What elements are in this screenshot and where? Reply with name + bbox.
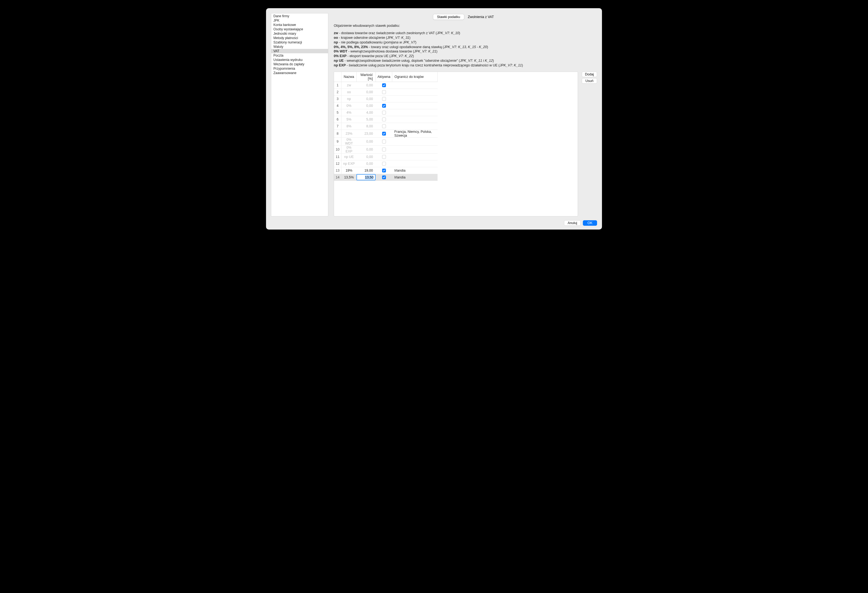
cell-active[interactable] <box>376 167 392 174</box>
cell-value[interactable]: 0,00 <box>356 82 376 89</box>
col-header-name[interactable]: Nazwa <box>341 72 356 82</box>
cell-countries[interactable]: Irlandia <box>392 174 438 180</box>
active-checkbox[interactable] <box>382 176 386 179</box>
cell-active[interactable] <box>376 153 392 160</box>
sidebar-item[interactable]: Konta bankowe <box>271 23 328 27</box>
cell-active[interactable] <box>376 174 392 180</box>
cell-active[interactable] <box>376 116 392 123</box>
segmented-control[interactable]: Stawki podatkuZwolnienia z VAT <box>433 14 497 20</box>
sidebar-item[interactable]: Metody płatności <box>271 36 328 40</box>
cell-countries[interactable] <box>392 160 438 167</box>
cell-active[interactable] <box>376 123 392 130</box>
col-header-active[interactable]: Aktywna <box>376 72 392 82</box>
sidebar-item[interactable]: Jednostki miary <box>271 31 328 36</box>
active-checkbox[interactable] <box>382 104 386 108</box>
remove-button[interactable]: Usuń <box>582 78 597 84</box>
cell-active[interactable] <box>376 89 392 95</box>
cell-name[interactable]: 5% <box>341 116 356 123</box>
table-row[interactable]: 2oo0,00 <box>334 89 438 95</box>
cell-value[interactable]: 0,00 <box>356 89 376 95</box>
tab-button[interactable]: Zwolnienia z VAT <box>464 14 497 20</box>
cell-name[interactable]: np UE <box>341 153 356 160</box>
cell-active[interactable] <box>376 109 392 116</box>
cell-countries[interactable] <box>392 95 438 102</box>
active-checkbox[interactable] <box>382 117 386 121</box>
cell-value[interactable]: 0,00 <box>356 145 376 153</box>
table-row[interactable]: 1319%19,00Irlandia <box>334 167 438 174</box>
ok-button[interactable]: OK <box>583 220 597 226</box>
cell-active[interactable] <box>376 102 392 109</box>
table-row[interactable]: 12np EXP0,00 <box>334 160 438 167</box>
sidebar-item[interactable]: Dane firmy <box>271 14 328 18</box>
cell-value[interactable]: 4,00 <box>356 109 376 116</box>
sidebar-item[interactable]: Ustawienia wydruku <box>271 58 328 62</box>
sidebar-item[interactable]: Szablony numeracji <box>271 40 328 44</box>
cell-countries[interactable] <box>392 153 438 160</box>
cell-name[interactable]: oo <box>341 89 356 95</box>
cell-name[interactable]: 0% <box>341 102 356 109</box>
cell-name[interactable]: zw <box>341 82 356 89</box>
sidebar-item[interactable]: JPK <box>271 18 328 23</box>
sidebar-item[interactable]: VAT <box>271 49 328 53</box>
col-header-value[interactable]: Wartość [%] <box>356 72 376 82</box>
cell-value[interactable]: 0,00 <box>356 160 376 167</box>
sidebar-item[interactable]: Przypomnienia <box>271 67 328 71</box>
cell-active[interactable] <box>376 145 392 153</box>
table-row[interactable]: 54%4,00 <box>334 109 438 116</box>
cell-active[interactable] <box>376 138 392 145</box>
cell-name[interactable]: 8% <box>341 123 356 130</box>
cell-countries[interactable] <box>392 82 438 89</box>
active-checkbox[interactable] <box>382 97 386 101</box>
cell-name[interactable]: 4% <box>341 109 356 116</box>
cell-value[interactable]: 0,00 <box>356 138 376 145</box>
cell-countries[interactable] <box>392 138 438 145</box>
sidebar-item[interactable]: Wezwania do zapłaty <box>271 62 328 67</box>
sidebar-item[interactable]: Osoby wystawiające <box>271 27 328 31</box>
cell-value[interactable]: 23,00 <box>356 130 376 138</box>
cell-countries[interactable] <box>392 109 438 116</box>
cell-active[interactable] <box>376 82 392 89</box>
col-header-number[interactable] <box>334 72 341 82</box>
cell-name[interactable]: 0% EXP <box>341 145 356 153</box>
cell-name[interactable]: 0% WDT <box>341 138 356 145</box>
add-button[interactable]: Dodaj <box>582 72 597 77</box>
cell-countries[interactable] <box>392 145 438 153</box>
table-row[interactable]: 78%8,00 <box>334 123 438 130</box>
cancel-button[interactable]: Anuluj <box>564 220 581 226</box>
cell-countries[interactable] <box>392 89 438 95</box>
cell-name[interactable]: 13,5% <box>341 174 356 180</box>
col-header-countries[interactable]: Ogranicz do krajów <box>392 72 438 82</box>
cell-countries[interactable] <box>392 123 438 130</box>
sidebar-item[interactable]: Waluty <box>271 44 328 49</box>
category-sidebar[interactable]: Dane firmyJPKKonta bankoweOsoby wystawia… <box>271 13 328 216</box>
active-checkbox[interactable] <box>382 169 386 172</box>
cell-name[interactable]: np <box>341 95 356 102</box>
active-checkbox[interactable] <box>382 148 386 151</box>
cell-value[interactable]: 8,00 <box>356 123 376 130</box>
active-checkbox[interactable] <box>382 111 386 114</box>
table-row[interactable]: 90% WDT0,00 <box>334 138 438 145</box>
cell-value[interactable] <box>356 174 376 180</box>
active-checkbox[interactable] <box>382 132 386 136</box>
cell-value[interactable]: 19,00 <box>356 167 376 174</box>
cell-value[interactable]: 0,00 <box>356 95 376 102</box>
sidebar-item[interactable]: Zaawansowane <box>271 71 328 75</box>
cell-countries[interactable]: Irlandia <box>392 167 438 174</box>
active-checkbox[interactable] <box>382 83 386 87</box>
table-row[interactable]: 100% EXP0,00 <box>334 145 438 153</box>
cell-active[interactable] <box>376 130 392 138</box>
cell-active[interactable] <box>376 160 392 167</box>
cell-countries[interactable] <box>392 116 438 123</box>
active-checkbox[interactable] <box>382 124 386 128</box>
table-row[interactable]: 11np UE0,00 <box>334 153 438 160</box>
cell-name[interactable]: np EXP <box>341 160 356 167</box>
cell-value[interactable]: 5,00 <box>356 116 376 123</box>
table-row[interactable]: 823%23,00Francja, Niemcy, Polska, Szwecj… <box>334 130 438 138</box>
rates-table[interactable]: Nazwa Wartość [%] Aktywna Ogranicz do kr… <box>334 72 438 181</box>
cell-value[interactable]: 0,00 <box>356 153 376 160</box>
table-row[interactable]: 40%0,00 <box>334 102 438 109</box>
active-checkbox[interactable] <box>382 162 386 166</box>
active-checkbox[interactable] <box>382 155 386 159</box>
active-checkbox[interactable] <box>382 90 386 94</box>
cell-active[interactable] <box>376 95 392 102</box>
